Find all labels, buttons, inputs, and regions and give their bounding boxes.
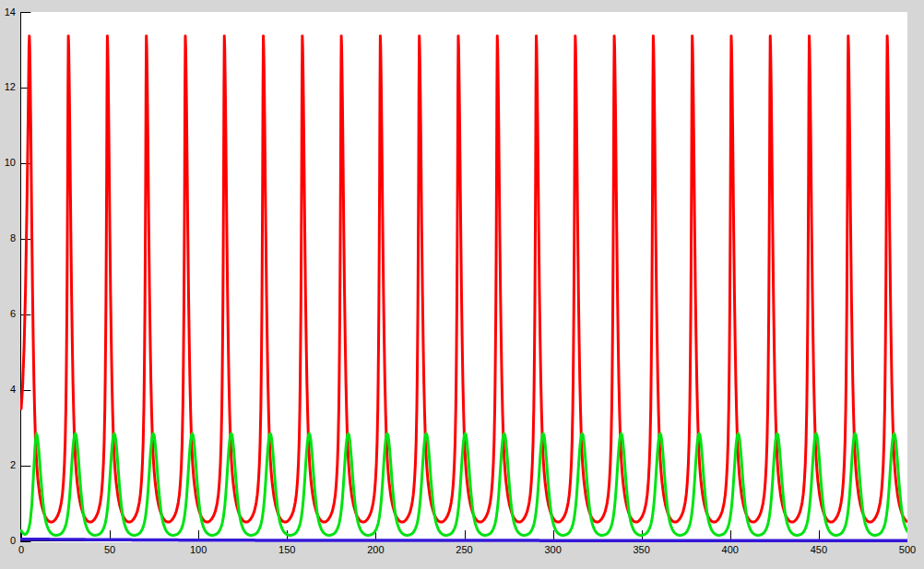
- x-tick-label: 500: [892, 544, 923, 556]
- x-tick-label: 250: [449, 544, 480, 556]
- figure-window: 02468101214 0501001502002503003504004505…: [0, 0, 924, 569]
- x-tick-label: 350: [626, 544, 657, 556]
- y-tick-label: 10: [0, 157, 16, 169]
- x-tick-label: 400: [715, 544, 746, 556]
- plot-area: [20, 12, 907, 542]
- y-tick-label: 8: [0, 232, 16, 244]
- x-tick-label: 100: [183, 544, 214, 556]
- x-tick-label: 200: [360, 544, 391, 556]
- x-tick-label: 450: [803, 544, 835, 556]
- y-tick-label: 4: [0, 384, 16, 396]
- y-tick-label: 12: [0, 81, 16, 93]
- x-tick-label: 0: [6, 544, 37, 556]
- chart-canvas: [20, 12, 907, 542]
- x-tick-label: 300: [538, 544, 569, 556]
- x-tick-label: 50: [94, 544, 125, 556]
- y-tick-label: 14: [0, 6, 16, 18]
- y-tick-label: 6: [0, 308, 16, 320]
- y-tick-label: 2: [0, 459, 16, 471]
- x-tick-label: 150: [271, 544, 302, 556]
